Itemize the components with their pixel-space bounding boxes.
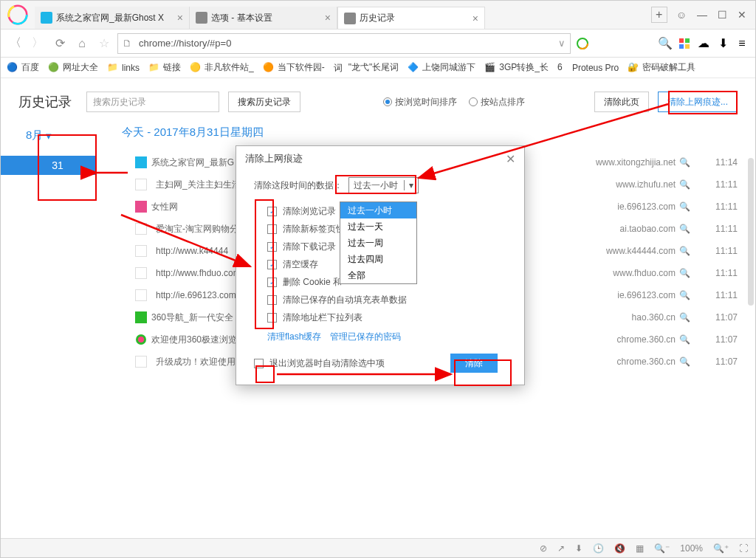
dialog-close-button[interactable]: ✕ <box>506 152 515 166</box>
search-icon[interactable]: 🔍 <box>676 312 693 323</box>
feedback-icon[interactable]: ☺ <box>676 9 687 21</box>
dropdown-item[interactable]: 过去一周 <box>340 235 416 251</box>
clear-button[interactable]: 清除 <box>450 354 498 373</box>
day-badge[interactable]: 31 <box>1 156 97 175</box>
search-icon[interactable]: 🔍 <box>676 202 693 212</box>
close-button[interactable]: ✕ <box>738 9 746 21</box>
bookmark-item[interactable]: 词"龙弋"长尾词 <box>334 61 399 74</box>
back-button[interactable]: 〈 <box>7 35 24 52</box>
tab-title: 选项 - 基本设置 <box>211 12 320 24</box>
row-time: 11:11 <box>693 179 738 190</box>
360-icon[interactable] <box>575 36 590 51</box>
search-icon[interactable]: 🔍 <box>676 157 693 168</box>
browser-tab[interactable]: 选项 - 基本设置× <box>190 7 337 29</box>
dropdown-item[interactable]: 过去一小时 <box>340 202 416 218</box>
status-icon[interactable]: 🔍⁻ <box>654 543 670 554</box>
bookmark-item[interactable]: 🟡非凡软件站_ <box>190 61 254 74</box>
status-icon[interactable]: 🔍⁺ <box>713 543 729 554</box>
status-icon[interactable]: ↗ <box>557 543 565 554</box>
search-icon[interactable]: 🔍 <box>658 36 673 51</box>
status-icon[interactable]: ⬇ <box>575 543 583 554</box>
bookmark-favicon: 🟠 <box>263 62 275 74</box>
bookmark-favicon: 🟡 <box>190 62 202 74</box>
bookmark-item[interactable]: 🟠当下软件园- <box>263 61 325 74</box>
search-history-input[interactable]: 搜索历史记录 <box>86 92 219 112</box>
bookmark-favicon: 📁 <box>148 62 160 74</box>
date-sidebar: 8月▾ 31 <box>18 125 122 373</box>
toolbar: 〈 〉 ⟳ ⌂ ☆ 🗋 chrome://history/#p=0 ∨ 🔍 ☁ … <box>1 30 755 58</box>
browser-tab[interactable]: 系统之家官网_最新Ghost X× <box>35 7 190 29</box>
bookmark-item[interactable]: 6Proteus Pro <box>557 62 619 74</box>
url-text: chrome://history/#p=0 <box>139 38 558 49</box>
auto-clear-row[interactable]: 退出浏览器时自动清除选中项 <box>254 357 385 370</box>
search-icon[interactable]: 🔍 <box>676 268 693 278</box>
tab-close-icon[interactable]: × <box>177 12 183 24</box>
search-icon[interactable]: 🔍 <box>676 334 693 345</box>
status-icon[interactable]: ⊘ <box>540 543 547 554</box>
checkbox-row[interactable]: 清除已保存的自动填充表单数据 <box>267 291 506 309</box>
url-bar[interactable]: 🗋 chrome://history/#p=0 ∨ <box>117 33 571 54</box>
bookmark-item[interactable]: 🔐密码破解工具 <box>628 61 695 74</box>
dropdown-item[interactable]: 全部 <box>340 267 416 283</box>
manage-passwords-link[interactable]: 管理已保存的密码 <box>330 331 401 343</box>
minimize-button[interactable]: — <box>697 9 707 21</box>
menu-icon[interactable]: ≡ <box>735 36 749 51</box>
tab-close-icon[interactable]: × <box>472 13 478 24</box>
row-time: 11:07 <box>693 312 738 323</box>
bookmark-item[interactable]: 🟢网址大全 <box>48 61 98 74</box>
bookmark-favicon: 📁 <box>107 62 119 74</box>
row-domain: ie.696123.com <box>565 202 676 212</box>
bookmark-favicon: 🔐 <box>628 62 639 74</box>
search-icon[interactable]: 🔍 <box>676 246 693 256</box>
bookmark-item[interactable]: 📁links <box>107 62 140 74</box>
checkbox-row[interactable]: 清除地址栏下拉列表 <box>267 309 506 326</box>
new-tab-button[interactable]: + <box>651 7 667 23</box>
bookmark-favicon: 🔵 <box>7 62 18 74</box>
clear-flash-link[interactable]: 清理flash缓存 <box>267 331 321 343</box>
bookmark-item[interactable]: 🎬3GP转换_长 <box>484 61 549 74</box>
tab-favicon <box>344 13 356 24</box>
status-icon[interactable]: ▦ <box>636 543 644 554</box>
search-history-button[interactable]: 搜索历史记录 <box>228 92 300 112</box>
tab-strip: 系统之家官网_最新Ghost X×选项 - 基本设置×历史记录× <box>35 1 644 29</box>
favorite-button[interactable]: ☆ <box>95 35 113 52</box>
status-icon[interactable]: 🔇 <box>614 543 625 554</box>
apps-icon[interactable] <box>677 36 692 51</box>
tab-close-icon[interactable]: × <box>325 12 331 24</box>
status-icon[interactable]: ⛶ <box>739 543 748 554</box>
bookmark-item[interactable]: 📁链接 <box>148 61 181 74</box>
bookmark-favicon: 6 <box>557 62 569 74</box>
tab-favicon <box>41 12 52 24</box>
search-icon[interactable]: 🔍 <box>676 356 693 367</box>
row-time: 11:14 <box>693 157 738 168</box>
sort-by-site-radio[interactable]: 按站点排序 <box>469 96 525 108</box>
window-controls: ☺ — ☐ ✕ <box>667 9 755 21</box>
reload-button[interactable]: ⟳ <box>51 35 69 52</box>
month-selector[interactable]: 8月▾ <box>18 125 122 145</box>
row-domain: www.xitongzhijia.net <box>565 157 676 168</box>
dropdown-item[interactable]: 过去一天 <box>340 218 416 235</box>
bookmark-favicon: 🟢 <box>48 62 60 74</box>
dropdown-item[interactable]: 过去四周 <box>340 251 416 267</box>
scrollbar[interactable] <box>748 158 754 306</box>
radio-dot-icon <box>469 97 478 106</box>
browser-tab[interactable]: 历史记录× <box>337 7 485 29</box>
bookmark-item[interactable]: 🔵百度 <box>7 61 39 74</box>
home-button[interactable]: ⌂ <box>73 35 91 52</box>
tab-favicon <box>196 12 207 24</box>
sort-by-time-radio[interactable]: 按浏览时间排序 <box>383 96 457 108</box>
time-range-select[interactable]: 过去一小时 ▾ <box>348 177 419 193</box>
cloud-icon[interactable]: ☁ <box>696 36 711 51</box>
url-dropdown-icon[interactable]: ∨ <box>558 38 566 49</box>
clear-page-button[interactable]: 清除此页 <box>594 92 649 112</box>
maximize-button[interactable]: ☐ <box>718 9 727 21</box>
bookmark-item[interactable]: 🔷上饶同城游下 <box>408 61 475 74</box>
search-icon[interactable]: 🔍 <box>676 179 693 190</box>
search-icon[interactable]: 🔍 <box>676 290 693 300</box>
status-icon[interactable]: 🕒 <box>593 543 604 554</box>
search-icon[interactable]: 🔍 <box>676 224 693 234</box>
clear-traces-button[interactable]: 清除上网痕迹... <box>658 92 738 112</box>
download-icon[interactable]: ⬇ <box>715 36 730 51</box>
row-domain: chrome.360.cn <box>565 356 676 367</box>
forward-button[interactable]: 〉 <box>29 35 47 52</box>
